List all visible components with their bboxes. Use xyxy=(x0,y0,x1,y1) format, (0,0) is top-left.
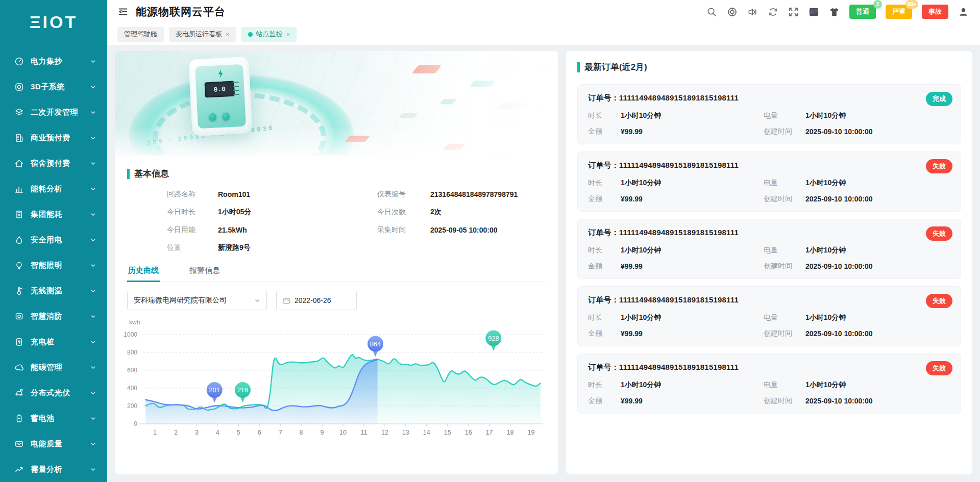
order-field-value: 1小时10分钟 xyxy=(621,111,764,120)
order-field-value: ¥99.99 xyxy=(621,128,764,136)
order-field-label: 金额 xyxy=(588,262,621,271)
order-field-label: 时长 xyxy=(588,380,621,390)
svg-text:2: 2 xyxy=(174,429,178,436)
order-field-value: 1小时10分钟 xyxy=(621,246,764,255)
sidebar-item[interactable]: 充电桩 xyxy=(0,329,107,354)
app-logo: ΞIOT xyxy=(0,0,107,44)
workspace-tab[interactable]: 变电所运行看板 × xyxy=(169,27,236,42)
carbon-cloud-icon xyxy=(14,362,24,372)
tab-close-icon[interactable]: × xyxy=(226,31,230,38)
sidebar-item-label: 蓄电池 xyxy=(31,414,90,423)
info-field-value: 2025-09-05 10:00:00 xyxy=(430,226,546,234)
info-field-value: 1小时05分 xyxy=(218,208,377,217)
order-fields: 时长1小时10分钟电量1小时10分钟金额¥99.99创建时间2025-09-10… xyxy=(588,111,950,136)
tab-close-icon[interactable]: × xyxy=(286,31,290,38)
sidebar-item[interactable]: 二次开发管理 xyxy=(0,99,107,125)
tab-alarm-info[interactable]: 报警信息 xyxy=(188,266,221,282)
svg-text:1: 1 xyxy=(153,429,157,436)
svg-text:200: 200 xyxy=(127,402,137,410)
order-field-label: 创建时间 xyxy=(764,127,805,136)
sidebar-item[interactable]: 安全用电 xyxy=(0,227,107,252)
svg-text:5: 5 xyxy=(237,429,240,436)
tab-history-curve[interactable]: 历史曲线 xyxy=(127,266,160,282)
sidebar-item[interactable]: 蓄电池 xyxy=(0,405,107,431)
alarm-button-severe[interactable]: 严重 99+ xyxy=(886,5,912,19)
chevron-down-icon xyxy=(90,441,96,447)
sound-icon[interactable] xyxy=(747,7,758,17)
svg-text:9: 9 xyxy=(321,429,324,436)
sidebar-item[interactable]: 能碳管理 xyxy=(0,354,107,380)
sidebar-item[interactable]: 分布式光伏 xyxy=(0,380,107,405)
chevron-down-icon xyxy=(90,416,96,421)
search-icon[interactable] xyxy=(706,7,717,17)
alarm-button-normal[interactable]: 普通 2 xyxy=(849,5,876,19)
theme-shirt-icon[interactable] xyxy=(829,7,840,17)
chevron-down-icon xyxy=(90,467,96,472)
svg-text:A: A xyxy=(810,9,814,15)
calendar-icon xyxy=(283,297,290,305)
sidebar-item[interactable]: 商业预付费 xyxy=(0,125,107,150)
sidebar-item[interactable]: 需量分析 xyxy=(0,456,107,482)
refresh-icon[interactable] xyxy=(768,7,778,17)
order-number-row: 订单号：1111149489489151891815198111 xyxy=(588,363,950,372)
translate-icon[interactable]: A 文 xyxy=(808,7,819,17)
order-field-value: 1小时10分钟 xyxy=(621,380,764,390)
sidebar-item[interactable]: 电能质量 xyxy=(0,431,107,456)
sidebar-item[interactable]: 集团能耗 xyxy=(0,201,107,227)
sidebar-item[interactable]: 宿舍预付费 xyxy=(0,150,107,176)
alarm-count-badge: 99+ xyxy=(905,0,918,9)
sidebar-item[interactable]: 智慧消防 xyxy=(0,303,107,329)
order-field-value: 2025-09-10 10:00:00 xyxy=(805,128,950,136)
banner-image: 389 · 38982 · 603 · 8836 0.0 xyxy=(115,51,558,156)
sidebar-item-label: 分布式光伏 xyxy=(31,388,90,398)
alarm-button-accident[interactable]: 事故 xyxy=(922,5,948,19)
order-field-value: 1小时10分钟 xyxy=(805,111,950,120)
thermometer-icon xyxy=(14,286,24,296)
order-field-label: 电量 xyxy=(764,313,805,322)
order-field-value: 2025-09-10 10:00:00 xyxy=(805,195,950,203)
sidebar-item[interactable]: 智能照明 xyxy=(0,252,107,278)
order-field-label: 电量 xyxy=(764,179,805,188)
company-select[interactable]: 安科瑞微电网研究院有限公司 xyxy=(127,291,267,310)
basic-info-title: 基本信息 xyxy=(134,168,169,180)
fullscreen-icon[interactable] xyxy=(788,7,799,17)
svg-text:18: 18 xyxy=(507,429,514,436)
demand-trend-icon xyxy=(14,464,24,474)
section-accent-bar xyxy=(127,169,130,179)
info-field-label: 今日时长 xyxy=(167,208,218,217)
order-status-badge: 完成 xyxy=(926,92,952,106)
user-avatar-icon[interactable] xyxy=(958,7,969,17)
order-field-value: 1小时10分钟 xyxy=(805,179,950,188)
chevron-down-icon xyxy=(90,161,96,166)
sidebar-item-label: 集团能耗 xyxy=(31,210,90,219)
info-field-value: Room101 xyxy=(218,190,377,198)
sidebar-item[interactable]: 电力集抄 xyxy=(0,48,107,74)
sidebar-item[interactable]: 3D子系统 xyxy=(0,74,107,99)
workspace-tabbar: 管理驾驶舱 变电所运行看板 × 站点监控 × xyxy=(107,23,980,45)
info-field-value: 2次 xyxy=(430,208,546,217)
sidebar-item[interactable]: 能耗分析 xyxy=(0,176,107,201)
collapse-menu-icon[interactable] xyxy=(117,6,129,17)
order-field-value: 1小时10分钟 xyxy=(805,380,950,390)
order-field-value: 1小时10分钟 xyxy=(621,179,764,188)
order-fields: 时长1小时10分钟电量1小时10分钟金额¥99.99创建时间2025-09-10… xyxy=(588,380,950,405)
sidebar-item-label: 二次开发管理 xyxy=(31,108,90,117)
info-field-label: 位置 xyxy=(167,243,218,252)
order-status-badge: 失败 xyxy=(926,294,952,308)
sidebar-item[interactable]: 无线测温 xyxy=(0,278,107,303)
info-field-label: 采集时间 xyxy=(377,225,430,235)
order-field-value: ¥99.99 xyxy=(621,262,764,270)
svg-text:4: 4 xyxy=(216,429,219,436)
date-picker[interactable]: 2022-06-26 xyxy=(276,291,357,310)
workspace-tab-active[interactable]: 站点监控 × xyxy=(241,27,297,42)
sidebar-item-label: 智能照明 xyxy=(31,261,90,270)
alarm-count-badge: 2 xyxy=(873,0,882,9)
support-icon[interactable] xyxy=(727,7,738,17)
order-field-value: ¥99.99 xyxy=(621,195,764,203)
order-field-value: 1小时10分钟 xyxy=(805,246,950,255)
chevron-down-icon xyxy=(90,339,96,345)
workspace-tab[interactable]: 管理驾驶舱 xyxy=(117,27,164,42)
svg-text:14: 14 xyxy=(423,429,430,436)
order-number: 1111149489489151891815198111 xyxy=(619,93,739,102)
sidebar-item-label: 电力集抄 xyxy=(31,57,90,66)
